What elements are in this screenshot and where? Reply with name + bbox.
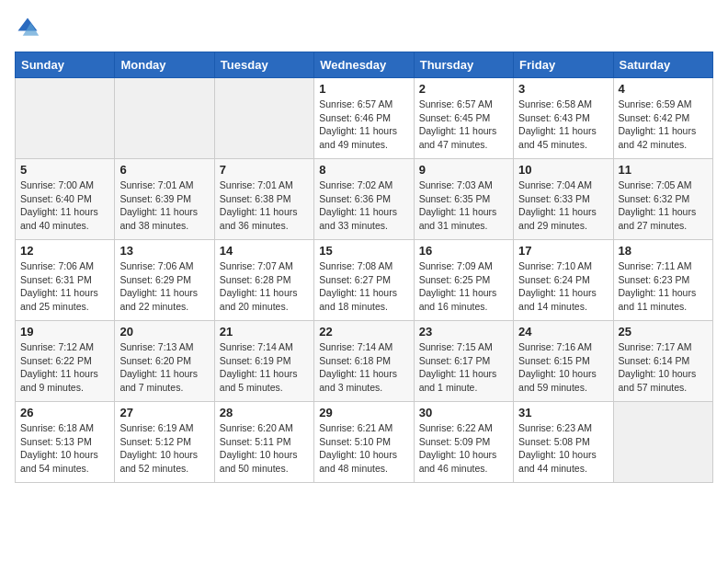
calendar-cell: 24Sunrise: 7:16 AM Sunset: 6:15 PM Dayli… — [514, 321, 613, 402]
day-number: 29 — [319, 406, 408, 419]
page-header — [15, 15, 713, 40]
calendar-cell: 3Sunrise: 6:58 AM Sunset: 6:43 PM Daylig… — [514, 78, 613, 159]
day-info: Sunrise: 6:19 AM Sunset: 5:12 PM Dayligh… — [119, 421, 209, 476]
calendar-week-row: 5Sunrise: 7:00 AM Sunset: 6:40 PM Daylig… — [16, 159, 713, 240]
weekday-header: Friday — [514, 52, 613, 78]
calendar-cell: 14Sunrise: 7:07 AM Sunset: 6:28 PM Dayli… — [214, 240, 313, 321]
calendar-cell — [115, 78, 214, 159]
calendar-cell: 10Sunrise: 7:04 AM Sunset: 6:33 PM Dayli… — [514, 159, 613, 240]
day-info: Sunrise: 6:58 AM Sunset: 6:43 PM Dayligh… — [518, 98, 608, 152]
day-info: Sunrise: 7:06 AM Sunset: 6:29 PM Dayligh… — [119, 259, 209, 314]
day-number: 17 — [518, 244, 608, 258]
logo-icon — [15, 15, 40, 40]
weekday-header: Sunday — [16, 52, 115, 78]
calendar-cell: 7Sunrise: 7:01 AM Sunset: 6:38 PM Daylig… — [214, 159, 313, 240]
calendar-cell — [214, 78, 313, 159]
day-info: Sunrise: 7:04 AM Sunset: 6:33 PM Dayligh… — [518, 178, 608, 233]
day-info: Sunrise: 7:14 AM Sunset: 6:18 PM Dayligh… — [319, 340, 408, 395]
calendar-cell: 25Sunrise: 7:17 AM Sunset: 6:14 PM Dayli… — [613, 321, 712, 402]
day-number: 11 — [619, 163, 708, 177]
calendar-cell: 18Sunrise: 7:11 AM Sunset: 6:23 PM Dayli… — [613, 240, 712, 321]
day-number: 12 — [20, 244, 109, 258]
day-info: Sunrise: 7:12 AM Sunset: 6:22 PM Dayligh… — [20, 340, 109, 395]
calendar-cell: 30Sunrise: 6:22 AM Sunset: 5:09 PM Dayli… — [414, 402, 513, 483]
calendar-cell: 12Sunrise: 7:06 AM Sunset: 6:31 PM Dayli… — [16, 240, 115, 321]
day-info: Sunrise: 7:07 AM Sunset: 6:28 PM Dayligh… — [220, 259, 309, 314]
day-number: 15 — [319, 244, 408, 258]
calendar-cell: 26Sunrise: 6:18 AM Sunset: 5:13 PM Dayli… — [16, 402, 115, 483]
calendar-cell: 16Sunrise: 7:09 AM Sunset: 6:25 PM Dayli… — [414, 240, 513, 321]
day-info: Sunrise: 7:14 AM Sunset: 6:19 PM Dayligh… — [220, 340, 309, 395]
day-number: 4 — [619, 82, 708, 96]
logo — [15, 15, 44, 40]
calendar-cell: 2Sunrise: 6:57 AM Sunset: 6:45 PM Daylig… — [414, 78, 513, 159]
calendar-cell: 9Sunrise: 7:03 AM Sunset: 6:35 PM Daylig… — [414, 159, 513, 240]
calendar-week-row: 1Sunrise: 6:57 AM Sunset: 6:46 PM Daylig… — [16, 78, 713, 159]
calendar-cell: 6Sunrise: 7:01 AM Sunset: 6:39 PM Daylig… — [115, 159, 214, 240]
day-info: Sunrise: 6:20 AM Sunset: 5:11 PM Dayligh… — [220, 421, 309, 476]
day-number: 3 — [518, 82, 608, 96]
calendar-cell: 31Sunrise: 6:23 AM Sunset: 5:08 PM Dayli… — [514, 402, 613, 483]
day-info: Sunrise: 7:06 AM Sunset: 6:31 PM Dayligh… — [20, 259, 109, 314]
calendar-cell: 5Sunrise: 7:00 AM Sunset: 6:40 PM Daylig… — [16, 159, 115, 240]
day-info: Sunrise: 6:22 AM Sunset: 5:09 PM Dayligh… — [419, 421, 508, 476]
day-info: Sunrise: 7:11 AM Sunset: 6:23 PM Dayligh… — [619, 259, 708, 314]
day-number: 20 — [119, 325, 209, 339]
day-number: 10 — [518, 163, 608, 177]
calendar-cell: 28Sunrise: 6:20 AM Sunset: 5:11 PM Dayli… — [214, 402, 313, 483]
day-info: Sunrise: 6:21 AM Sunset: 5:10 PM Dayligh… — [319, 421, 408, 476]
calendar-week-row: 19Sunrise: 7:12 AM Sunset: 6:22 PM Dayli… — [16, 321, 713, 402]
calendar-cell: 22Sunrise: 7:14 AM Sunset: 6:18 PM Dayli… — [314, 321, 414, 402]
calendar-cell — [16, 78, 115, 159]
day-number: 24 — [518, 325, 608, 339]
calendar-header-row: SundayMondayTuesdayWednesdayThursdayFrid… — [16, 52, 713, 78]
calendar-cell: 13Sunrise: 7:06 AM Sunset: 6:29 PM Dayli… — [115, 240, 214, 321]
day-number: 18 — [619, 244, 708, 258]
day-info: Sunrise: 7:10 AM Sunset: 6:24 PM Dayligh… — [518, 259, 608, 314]
calendar-cell: 27Sunrise: 6:19 AM Sunset: 5:12 PM Dayli… — [115, 402, 214, 483]
day-info: Sunrise: 6:57 AM Sunset: 6:46 PM Dayligh… — [319, 98, 408, 152]
calendar-cell: 8Sunrise: 7:02 AM Sunset: 6:36 PM Daylig… — [314, 159, 414, 240]
day-info: Sunrise: 7:15 AM Sunset: 6:17 PM Dayligh… — [419, 340, 508, 395]
day-number: 22 — [319, 325, 408, 339]
calendar-cell: 23Sunrise: 7:15 AM Sunset: 6:17 PM Dayli… — [414, 321, 513, 402]
day-number: 7 — [220, 163, 309, 177]
weekday-header: Wednesday — [314, 52, 414, 78]
day-number: 14 — [220, 244, 309, 258]
day-info: Sunrise: 7:16 AM Sunset: 6:15 PM Dayligh… — [518, 340, 608, 395]
day-info: Sunrise: 6:23 AM Sunset: 5:08 PM Dayligh… — [518, 421, 608, 476]
day-number: 25 — [619, 325, 708, 339]
day-number: 23 — [419, 325, 508, 339]
day-number: 26 — [20, 406, 109, 419]
calendar-cell: 19Sunrise: 7:12 AM Sunset: 6:22 PM Dayli… — [16, 321, 115, 402]
day-info: Sunrise: 7:00 AM Sunset: 6:40 PM Dayligh… — [20, 178, 109, 233]
calendar-cell: 11Sunrise: 7:05 AM Sunset: 6:32 PM Dayli… — [613, 159, 712, 240]
weekday-header: Thursday — [414, 52, 513, 78]
weekday-header: Monday — [115, 52, 214, 78]
day-number: 21 — [220, 325, 309, 339]
weekday-header: Tuesday — [214, 52, 313, 78]
day-number: 1 — [319, 82, 408, 96]
calendar-cell: 15Sunrise: 7:08 AM Sunset: 6:27 PM Dayli… — [314, 240, 414, 321]
day-number: 27 — [119, 406, 209, 419]
day-info: Sunrise: 7:17 AM Sunset: 6:14 PM Dayligh… — [619, 340, 708, 395]
day-info: Sunrise: 7:09 AM Sunset: 6:25 PM Dayligh… — [419, 259, 508, 314]
day-number: 9 — [419, 163, 508, 177]
day-number: 2 — [419, 82, 508, 96]
day-info: Sunrise: 6:59 AM Sunset: 6:42 PM Dayligh… — [619, 98, 708, 152]
day-info: Sunrise: 7:01 AM Sunset: 6:39 PM Dayligh… — [119, 178, 209, 233]
day-number: 13 — [119, 244, 209, 258]
day-info: Sunrise: 6:57 AM Sunset: 6:45 PM Dayligh… — [419, 98, 508, 152]
day-number: 30 — [419, 406, 508, 419]
calendar-week-row: 12Sunrise: 7:06 AM Sunset: 6:31 PM Dayli… — [16, 240, 713, 321]
day-number: 16 — [419, 244, 508, 258]
day-number: 6 — [119, 163, 209, 177]
day-number: 31 — [518, 406, 608, 419]
day-number: 5 — [20, 163, 109, 177]
day-info: Sunrise: 7:05 AM Sunset: 6:32 PM Dayligh… — [619, 178, 708, 233]
day-number: 19 — [20, 325, 109, 339]
calendar-cell: 1Sunrise: 6:57 AM Sunset: 6:46 PM Daylig… — [314, 78, 414, 159]
day-number: 8 — [319, 163, 408, 177]
calendar-cell: 29Sunrise: 6:21 AM Sunset: 5:10 PM Dayli… — [314, 402, 414, 483]
day-number: 28 — [220, 406, 309, 419]
